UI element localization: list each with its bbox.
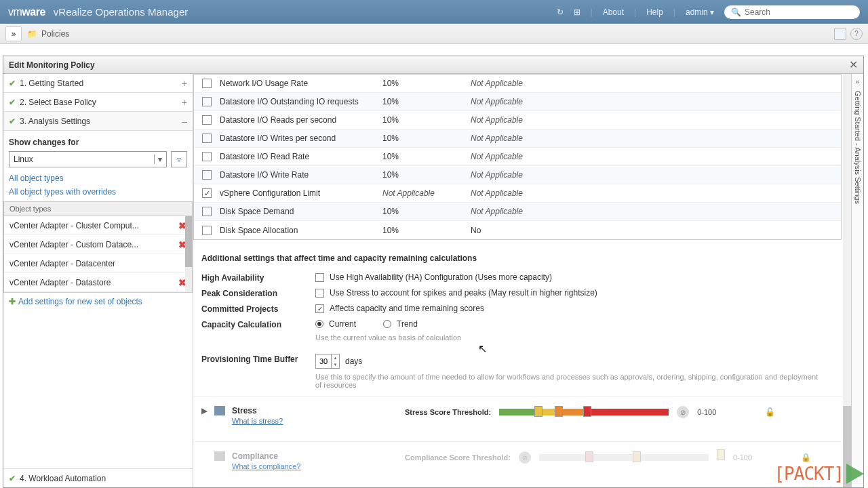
table-row: Datastore I/O Writes per second10%Not Ap… xyxy=(194,129,841,148)
calc-label: Capacity Calculation xyxy=(201,319,315,329)
rail-label[interactable]: Getting Started - Analysis Settings xyxy=(854,91,862,204)
row-value: 10% xyxy=(382,152,471,161)
additional-settings-header: Additional settings that affect time and… xyxy=(201,253,842,263)
user-menu[interactable]: admin ▾ xyxy=(686,7,714,17)
unlock-icon[interactable]: 🔓 xyxy=(765,407,775,417)
step-workload-automation[interactable]: ✔ 4. Workload Automation xyxy=(3,468,193,487)
row-value: 10% xyxy=(382,226,471,235)
row-checkbox[interactable] xyxy=(202,97,212,106)
content-scrollbar[interactable] xyxy=(843,74,851,487)
row-value: 10% xyxy=(382,134,471,143)
stress-help-link[interactable]: What is stress? xyxy=(232,417,283,425)
compliance-threshold-slider xyxy=(539,454,709,461)
row-name: Datastore I/O Outstanding IO requests xyxy=(220,97,382,106)
current-radio[interactable] xyxy=(315,320,323,328)
peak-checkbox[interactable] xyxy=(315,289,324,298)
refresh-icon[interactable]: ↻ xyxy=(557,7,564,17)
scrollbar[interactable] xyxy=(185,216,192,292)
prov-label: Provisioning Time Buffer xyxy=(201,354,315,364)
list-item[interactable]: vCenter Adapter - Cluster Comput...✖ xyxy=(4,216,192,235)
compliance-help-link[interactable]: What is compliance? xyxy=(232,462,301,470)
compliance-title: Compliance xyxy=(232,451,301,461)
prov-help-text: Use this to specify the amount of time n… xyxy=(315,373,821,389)
step-analysis-settings[interactable]: ✔ 3. Analysis Settings – xyxy=(3,112,193,131)
row-applicable: Not Applicable xyxy=(471,134,523,143)
search-icon: 🔍 xyxy=(731,7,741,17)
apps-icon[interactable]: ⊞ xyxy=(574,7,580,17)
about-link[interactable]: About xyxy=(603,7,624,17)
main-content: Network I/O Usage Rate10%Not ApplicableD… xyxy=(193,74,851,487)
row-checkbox[interactable] xyxy=(202,188,212,198)
threshold-start-icon: ⊘ xyxy=(519,451,531,464)
help-link[interactable]: Help xyxy=(646,7,663,17)
add-settings-link[interactable]: ✚ Add settings for new set of objects xyxy=(3,293,193,310)
expand-icon[interactable]: ▶ xyxy=(201,406,208,425)
vmware-logo: vmvmwareware xyxy=(8,6,45,18)
row-name: Disk Space Allocation xyxy=(220,226,382,235)
row-name: Datastore I/O Write Rate xyxy=(220,170,382,180)
edit-policy-dialog: Edit Monitoring Policy ✕ ✔ 1. Getting St… xyxy=(3,56,864,488)
table-row: Datastore I/O Write Rate10%Not Applicabl… xyxy=(194,166,841,184)
dialog-title: Edit Monitoring Policy xyxy=(9,60,95,70)
search-input[interactable] xyxy=(745,7,853,17)
table-row: Datastore I/O Reads per second10%Not App… xyxy=(194,111,841,129)
threshold-end-icon: ⊘ xyxy=(677,406,689,418)
row-checkbox[interactable] xyxy=(202,79,212,88)
row-applicable: Not Applicable xyxy=(471,170,523,180)
calc-help-text: Use the current value as basis of calcul… xyxy=(315,333,821,342)
spinner-down-icon[interactable]: ▼ xyxy=(332,361,339,368)
step-getting-started[interactable]: ✔ 1. Getting Started + xyxy=(3,74,193,93)
close-icon[interactable]: ✕ xyxy=(849,58,858,71)
row-applicable: Not Applicable xyxy=(471,97,523,106)
plus-icon: ✚ xyxy=(9,297,16,306)
row-value: 10% xyxy=(382,97,471,106)
row-checkbox[interactable] xyxy=(202,152,212,161)
right-rail: « Getting Started - Analysis Settings xyxy=(851,74,863,487)
global-search[interactable]: 🔍 xyxy=(724,5,860,19)
row-name: Datastore I/O Writes per second xyxy=(220,134,382,143)
ha-checkbox[interactable] xyxy=(315,273,324,282)
row-value: 10% xyxy=(382,207,471,216)
all-object-types-link[interactable]: All object types xyxy=(3,171,193,185)
check-icon: ✔ xyxy=(9,79,16,88)
stress-range: 0-100 xyxy=(697,408,716,416)
stress-icon xyxy=(214,406,225,415)
collapse-icon[interactable]: « xyxy=(856,78,860,85)
step-select-base-policy[interactable]: ✔ 2. Select Base Policy + xyxy=(3,93,193,112)
dialog-header: Edit Monitoring Policy ✕ xyxy=(3,56,863,74)
table-row: Datastore I/O Outstanding IO requests10%… xyxy=(194,93,841,111)
list-item[interactable]: vCenter Adapter - Custom Datace...✖ xyxy=(4,235,192,254)
list-item[interactable]: vCenter Adapter - Datacenter xyxy=(4,254,192,273)
compliance-range: 0-100 xyxy=(733,453,752,462)
projects-checkbox[interactable] xyxy=(315,304,324,313)
ha-label: High Availability xyxy=(201,272,315,283)
row-checkbox[interactable] xyxy=(202,115,212,125)
row-applicable: Not Applicable xyxy=(471,152,523,161)
stress-title: Stress xyxy=(232,406,283,415)
object-type-select[interactable]: Linux ▾ xyxy=(9,151,167,167)
expand-nav-button[interactable]: » xyxy=(5,26,22,41)
spinner-up-icon[interactable]: ▲ xyxy=(332,354,339,361)
filter-button[interactable]: ▿ xyxy=(171,151,187,167)
context-help-button[interactable]: ? xyxy=(850,28,863,40)
row-name: Datastore I/O Reads per second xyxy=(220,115,382,125)
stress-threshold-label: Stress Score Threshold: xyxy=(405,408,491,416)
compliance-icon xyxy=(214,451,225,461)
row-checkbox[interactable] xyxy=(202,207,212,216)
row-applicable: Not Applicable xyxy=(471,188,523,198)
trend-radio[interactable] xyxy=(383,320,391,328)
stress-threshold-slider[interactable] xyxy=(499,409,669,415)
row-checkbox[interactable] xyxy=(202,134,212,143)
view-toggle-button[interactable] xyxy=(834,28,846,40)
object-types-header: Object types xyxy=(3,201,193,216)
days-input[interactable] xyxy=(316,354,331,368)
row-value: Not Applicable xyxy=(382,188,471,198)
lock-icon[interactable]: 🔒 xyxy=(801,453,811,462)
list-item[interactable]: vCenter Adapter - Datastore✖ xyxy=(4,273,192,292)
row-name: Datastore I/O Read Rate xyxy=(220,152,382,161)
row-checkbox[interactable] xyxy=(202,226,212,235)
row-checkbox[interactable] xyxy=(202,170,212,180)
row-name: Network I/O Usage Rate xyxy=(220,79,382,88)
days-spinner[interactable]: ▲▼ xyxy=(315,354,340,369)
all-overrides-link[interactable]: All object types with overrides xyxy=(3,185,193,199)
